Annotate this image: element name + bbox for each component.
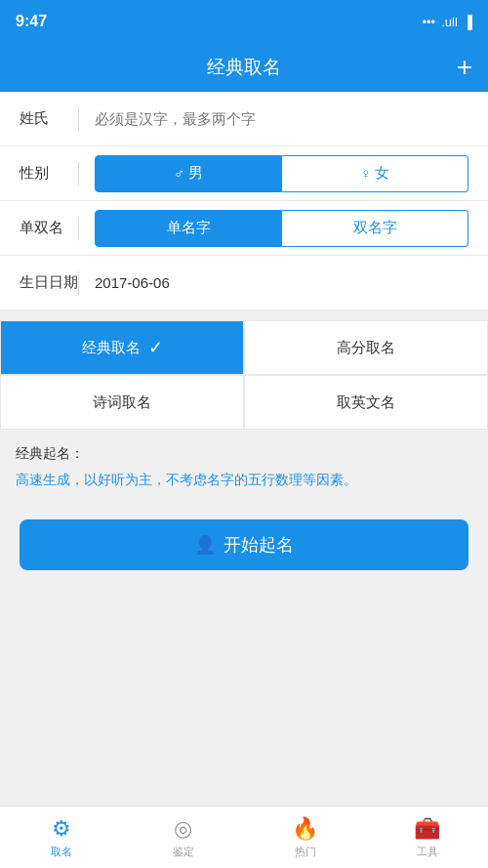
naming-nav-label: 取名 <box>51 845 72 859</box>
row-divider <box>78 271 79 295</box>
single-name-button[interactable]: 单名字 <box>95 210 282 247</box>
name-type-row: 单双名 单名字 双名字 <box>0 201 488 256</box>
description-title: 经典起名： <box>16 445 472 463</box>
row-divider <box>78 217 79 240</box>
description-text: 高速生成，以好听为主，不考虑名字的五行数理等因素。 <box>16 469 472 490</box>
highscore-naming-cell[interactable]: 高分取名 <box>244 320 488 375</box>
classic-naming-label: 经典取名 <box>82 339 141 357</box>
classic-naming-cell[interactable]: 经典取名 ✓ <box>0 320 244 375</box>
nav-item-naming[interactable]: ⚙ 取名 <box>0 806 122 868</box>
english-naming-label: 取英文名 <box>337 393 395 412</box>
english-naming-cell[interactable]: 取英文名 <box>244 375 488 430</box>
start-button-wrapper: 👤 开始起名 <box>0 500 488 594</box>
start-label: 开始起名 <box>224 533 294 557</box>
naming-nav-icon: ⚙ <box>52 816 71 842</box>
female-button[interactable]: ♀ 女 <box>282 155 468 192</box>
status-icons: ••• .ull ▐ <box>423 15 473 29</box>
gender-label: 性别 <box>20 164 78 183</box>
surname-label: 姓氏 <box>20 109 78 128</box>
appraise-nav-icon: ◎ <box>174 816 192 842</box>
check-icon: ✓ <box>148 337 163 358</box>
female-label: 女 <box>375 164 389 183</box>
birthday-row: 生日日期 2017-06-06 <box>0 256 488 310</box>
male-icon: ♂ <box>174 165 184 182</box>
double-name-label: 双名字 <box>353 219 397 237</box>
poetry-naming-label: 诗词取名 <box>93 393 151 412</box>
nav-item-tools[interactable]: 🧰 工具 <box>366 806 488 868</box>
tools-nav-icon: 🧰 <box>414 816 440 842</box>
birthday-label: 生日日期 <box>20 273 78 292</box>
tools-nav-label: 工具 <box>417 845 438 859</box>
highscore-naming-label: 高分取名 <box>337 339 395 357</box>
header: 经典取名 + <box>0 43 488 92</box>
battery-icon: ▐ <box>464 15 472 29</box>
bottom-spacer <box>0 594 488 656</box>
surname-input[interactable] <box>95 110 468 127</box>
hot-nav-icon: 🔥 <box>292 816 318 842</box>
header-title: 经典取名 <box>207 55 281 80</box>
status-bar: 9:47 ••• .ull ▐ <box>0 0 488 43</box>
name-type-toggle-group: 单名字 双名字 <box>95 210 468 247</box>
male-button[interactable]: ♂ 男 <box>95 155 282 192</box>
add-button[interactable]: + <box>457 52 472 83</box>
bottom-navigation: ⚙ 取名 ◎ 鉴定 🔥 热门 🧰 工具 <box>0 806 488 868</box>
name-type-label: 单双名 <box>20 219 78 237</box>
single-name-label: 单名字 <box>167 219 211 237</box>
male-label: 男 <box>188 164 203 183</box>
birthday-value[interactable]: 2017-06-06 <box>95 274 170 291</box>
start-person-icon: 👤 <box>194 534 216 556</box>
nav-item-hot[interactable]: 🔥 热门 <box>244 806 366 868</box>
gender-row: 性别 ♂ 男 ♀ 女 <box>0 146 488 201</box>
gender-toggle-group: ♂ 男 ♀ 女 <box>95 155 468 192</box>
signal-bars: .ull <box>441 15 458 29</box>
appraise-nav-label: 鉴定 <box>173 845 194 859</box>
form-section: 姓氏 性别 ♂ 男 ♀ 女 单双名 单名字 双名字 <box>0 92 488 310</box>
nav-item-appraise[interactable]: ◎ 鉴定 <box>122 806 244 868</box>
row-divider <box>78 162 79 186</box>
hot-nav-label: 热门 <box>295 845 316 859</box>
status-time: 9:47 <box>16 13 47 30</box>
naming-method-grid: 经典取名 ✓ 高分取名 诗词取名 取英文名 <box>0 320 488 430</box>
surname-row: 姓氏 <box>0 92 488 146</box>
female-icon: ♀ <box>360 165 371 182</box>
poetry-naming-cell[interactable]: 诗词取名 <box>0 375 244 430</box>
start-naming-button[interactable]: 👤 开始起名 <box>20 519 468 570</box>
double-name-button[interactable]: 双名字 <box>282 210 468 247</box>
row-divider <box>78 107 79 131</box>
description-section: 经典起名： 高速生成，以好听为主，不考虑名字的五行数理等因素。 <box>0 430 488 500</box>
signal-dots: ••• <box>423 15 436 29</box>
section-gap <box>0 310 488 320</box>
